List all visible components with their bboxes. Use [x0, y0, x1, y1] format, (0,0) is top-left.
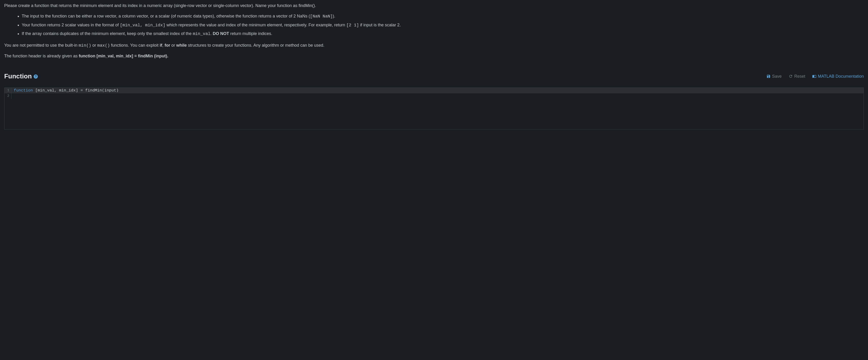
- code-editor[interactable]: 1 function [min_val, min_idx] = findMin(…: [4, 88, 864, 130]
- bullet-item: Your function returns 2 scalar values in…: [22, 22, 864, 29]
- bold-text: function [min_val, min_idx] = findMin (i…: [79, 54, 168, 58]
- book-icon: [812, 74, 816, 78]
- problem-bullet-list: The input to the function can be either …: [22, 13, 864, 37]
- bold-text: if: [160, 43, 162, 47]
- reset-icon: [788, 74, 793, 78]
- bold-text: DO NOT: [213, 31, 229, 36]
- code-inline: max(): [97, 43, 110, 48]
- editor-toolbar: Save Reset MATLAB Documentation: [767, 74, 864, 79]
- bullet-item: The input to the function can be either …: [22, 13, 864, 20]
- code-inline: [min_val, min_idx]: [120, 23, 165, 28]
- code-line[interactable]: 1 function [min_val, min_idx] = findMin(…: [4, 88, 864, 93]
- help-icon[interactable]: ?: [34, 74, 38, 78]
- line-number: 2: [4, 93, 11, 99]
- save-button-label: Save: [772, 74, 782, 79]
- restriction-paragraph: You are not permitted to use the built-i…: [4, 42, 864, 49]
- docs-link-label: MATLAB Documentation: [818, 74, 864, 79]
- line-number: 1: [4, 88, 11, 93]
- section-title-wrapper: Function ?: [4, 71, 38, 81]
- reset-button[interactable]: Reset: [788, 74, 805, 79]
- problem-description: Please create a function that returns th…: [4, 2, 864, 60]
- docs-link[interactable]: MATLAB Documentation: [812, 74, 864, 79]
- bullet-item: If the array contains duplicates of the …: [22, 30, 864, 37]
- code-inline: [NaN NaN]: [310, 14, 333, 19]
- code-inline: [2 1]: [346, 23, 359, 28]
- problem-intro: Please create a function that returns th…: [4, 2, 864, 9]
- save-button[interactable]: Save: [767, 74, 782, 79]
- code-inline: min_val: [193, 32, 210, 36]
- reset-button-label: Reset: [794, 74, 805, 79]
- keyword: function: [14, 88, 33, 93]
- save-icon: [767, 74, 771, 78]
- section-header: Function ? Save Reset MATLAB Documentati…: [4, 71, 864, 81]
- header-note: The function header is already given as …: [4, 53, 864, 60]
- bold-text: while: [176, 43, 187, 47]
- code-line[interactable]: 2: [4, 93, 864, 99]
- code-inline: min(): [79, 43, 91, 48]
- line-content[interactable]: function [min_val, min_idx] = findMin(in…: [11, 88, 119, 93]
- section-title: Function: [4, 71, 32, 81]
- bold-text: for: [165, 43, 170, 47]
